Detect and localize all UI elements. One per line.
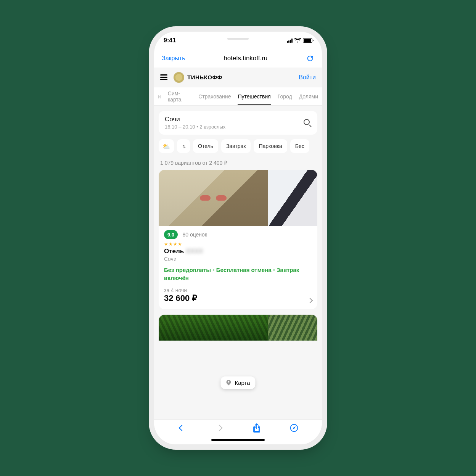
search-summary[interactable]: Сочи 16.10 – 20.10 • 2 взрослых (159, 111, 317, 135)
hotel-name-hidden: XXXX (186, 248, 203, 255)
category-tabs: и Сим-карта Страхование Путешествия Горо… (154, 87, 322, 106)
map-button[interactable]: Карта (220, 376, 255, 389)
chip-more[interactable]: Бес (290, 139, 309, 153)
tab-item[interactable]: Страхование (198, 93, 231, 100)
tab-item[interactable]: Долями (299, 93, 318, 100)
brand[interactable]: ТИНЬКОФФ (174, 72, 222, 83)
reviews-count: 80 оценок (182, 232, 207, 238)
status-time: 9:41 (164, 37, 176, 44)
chip-hotel[interactable]: Отель (193, 139, 218, 153)
nights-label: за 4 ночи (164, 287, 312, 293)
wifi-icon (294, 38, 301, 43)
rating-badge: 9,0 (164, 230, 178, 239)
chip-breakfast[interactable]: Завтрак (221, 139, 251, 153)
filter-chips: ⛅ Отель Завтрак Парковка Бес (159, 139, 317, 153)
hotel-card[interactable]: 9,0 80 оценок ★★★★ Отель XXXX Сочи Без п… (159, 170, 317, 309)
brand-crest-icon (174, 72, 184, 83)
hotel-photo-2 (268, 170, 317, 226)
browser-bar: Закрыть hotels.tinkoff.ru (154, 49, 322, 68)
phone-mockup: 9:41 Закрыть hotels.tinkoff.ru ТИНЬКОФФ … (154, 32, 322, 444)
search-details: 16.10 – 20.10 • 2 взрослых (165, 124, 225, 130)
preview-photo-2 (268, 315, 317, 341)
price: 32 600 ₽ (164, 293, 312, 303)
back-button[interactable] (177, 423, 187, 433)
chip-parking[interactable]: Парковка (254, 139, 287, 153)
preview-photo-1 (159, 315, 268, 341)
map-pin-icon (226, 380, 232, 386)
chip-weather[interactable]: ⛅ (159, 139, 174, 153)
tab-item[interactable]: и (158, 93, 161, 100)
tab-item-active[interactable]: Путешествия (238, 93, 270, 100)
next-hotel-preview[interactable] (159, 315, 317, 341)
tab-item[interactable]: Сим-карта (168, 90, 191, 103)
status-bar: 9:41 (154, 32, 322, 49)
reload-icon[interactable] (306, 54, 314, 63)
stars-icon: ★★★★ (164, 241, 312, 247)
chip-sort[interactable] (177, 139, 190, 153)
forward-button (214, 423, 224, 433)
browser-url[interactable]: hotels.tinkoff.ru (224, 55, 267, 62)
browser-close-button[interactable]: Закрыть (162, 55, 185, 62)
hotel-photo-1 (159, 170, 268, 226)
home-indicator[interactable] (211, 439, 265, 441)
safari-button[interactable] (289, 423, 299, 433)
map-label: Карта (235, 380, 250, 386)
hotel-perks: Без предоплаты • Бесплатная отмена • Зав… (164, 266, 312, 282)
content-area: Сочи 16.10 – 20.10 • 2 взрослых ⛅ Отель … (154, 106, 322, 420)
menu-icon[interactable] (160, 74, 167, 80)
results-summary: 1 079 вариантов от 2 400 ₽ (160, 160, 316, 166)
tab-item[interactable]: Город (278, 93, 292, 100)
battery-icon (303, 38, 312, 43)
search-city: Сочи (165, 116, 225, 123)
sort-icon (182, 143, 185, 149)
cell-signal-icon (287, 39, 293, 43)
brand-name: ТИНЬКОФФ (187, 74, 222, 80)
hotel-photos[interactable] (159, 170, 317, 226)
share-button[interactable] (252, 423, 262, 433)
search-icon[interactable] (304, 119, 311, 127)
app-header: ТИНЬКОФФ Войти (154, 68, 322, 87)
hotel-city: Сочи (164, 256, 312, 262)
hotel-label: Отель (164, 248, 184, 255)
login-button[interactable]: Войти (299, 74, 316, 81)
